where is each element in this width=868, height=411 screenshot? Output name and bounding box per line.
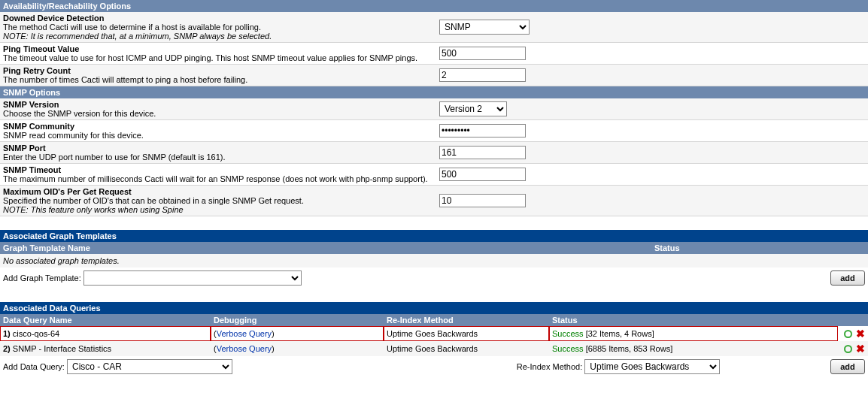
snmp-community-label: SNMP Community (3, 122, 74, 131)
ping-timeout-label: Ping Timeout Value (3, 44, 79, 53)
reload-icon[interactable] (844, 345, 852, 353)
dq-col-ri: Re-Index Method (384, 314, 549, 326)
dq-add-row: Add Data Query: Cisco - CAR Re-Index Met… (0, 356, 868, 377)
snmp-port-desc: Enter the UDP port number to use for SNM… (3, 153, 226, 162)
snmp-port-input[interactable] (439, 146, 526, 159)
graphtpl-add-button[interactable]: add (830, 270, 865, 286)
max-oid-desc: Specified the number of OID's that can b… (3, 196, 304, 205)
reload-icon[interactable] (844, 330, 852, 338)
data-queries-table: Data Query Name Debugging Re-Index Metho… (0, 314, 868, 356)
dq-reindex-select[interactable]: Uptime Goes Backwards (584, 359, 720, 374)
graphtpl-col-name: Graph Template Name (3, 243, 654, 252)
snmp-options-header: SNMP Options (0, 86, 868, 98)
graphtpl-empty: No associated graph templates. (0, 254, 868, 267)
dq-verbose-link[interactable]: Verbose Query (217, 344, 272, 353)
availability-options-header: Availability/Reachability Options (0, 0, 868, 12)
max-oid-input[interactable] (439, 194, 526, 207)
dq-row: 1) cisco-qos-64 (Verbose Query) Uptime G… (0, 326, 868, 341)
snmp-version-select[interactable]: Version 2 (439, 101, 507, 116)
snmp-version-desc: Choose the SNMP version for this device. (3, 109, 156, 118)
snmp-timeout-row: SNMP Timeout The maximum number of milli… (0, 164, 868, 186)
dq-add-label: Add Data Query: (3, 362, 65, 371)
assoc-data-queries-header: Associated Data Queries (0, 302, 868, 314)
snmp-port-label: SNMP Port (3, 144, 46, 153)
dq-col-name: Data Query Name (0, 314, 211, 326)
assoc-graph-templates-header: Associated Graph Templates (0, 230, 868, 242)
ping-timeout-desc: The timeout value to use for host ICMP a… (3, 53, 417, 62)
max-oid-row: Maximum OID's Per Get Request Specified … (0, 186, 868, 216)
delete-icon[interactable]: ✖ (856, 328, 865, 340)
snmp-timeout-desc: The maximum number of milliseconds Cacti… (3, 174, 428, 183)
snmp-timeout-input[interactable] (439, 168, 526, 181)
snmp-community-input[interactable] (439, 124, 526, 138)
snmp-community-desc: SNMP read community for this device. (3, 131, 144, 140)
downed-detection-select[interactable]: SNMP (439, 20, 530, 35)
max-oid-label: Maximum OID's Per Get Request (3, 187, 132, 196)
ping-timeout-input[interactable] (439, 47, 526, 60)
downed-detection-label: Downed Device Detection (3, 14, 104, 23)
snmp-timeout-label: SNMP Timeout (3, 165, 61, 174)
dq-verbose-link[interactable]: Verbose Query (217, 329, 272, 338)
dq-add-select[interactable]: Cisco - CAR (67, 359, 232, 374)
ping-retry-input[interactable] (439, 68, 526, 82)
max-oid-note: NOTE: This feature only works when using… (3, 205, 184, 214)
downed-detection-note: NOTE: It is recommended that, at a minim… (3, 32, 272, 41)
snmp-community-row: SNMP Community SNMP read community for t… (0, 120, 868, 142)
downed-detection-row: Downed Device Detection The method Cacti… (0, 12, 868, 43)
dq-reindex-label: Re-Index Method: (517, 362, 582, 371)
snmp-version-row: SNMP Version Choose the SNMP version for… (0, 98, 868, 120)
ping-retry-row: Ping Retry Count The number of times Cac… (0, 65, 868, 86)
graphtpl-add-row: Add Graph Template: add (0, 267, 868, 289)
dq-col-dbg: Debugging (211, 314, 384, 326)
dq-col-status: Status (549, 314, 868, 326)
graphtpl-add-select[interactable] (83, 270, 302, 286)
graphtpl-add-label: Add Graph Template: (3, 273, 81, 283)
ping-retry-label: Ping Retry Count (3, 66, 71, 75)
snmp-port-row: SNMP Port Enter the UDP port number to u… (0, 142, 868, 164)
ping-timeout-row: Ping Timeout Value The timeout value to … (0, 43, 868, 65)
dq-row: 2) SNMP - Interface Statistics (Verbose … (0, 341, 868, 356)
delete-icon[interactable]: ✖ (856, 343, 865, 355)
downed-detection-desc: The method Cacti will use to determine i… (3, 23, 261, 32)
ping-retry-desc: The number of times Cacti will attempt t… (3, 75, 247, 84)
graphtpl-col-status: Status (654, 243, 865, 252)
dq-add-button[interactable]: add (830, 359, 865, 374)
snmp-version-label: SNMP Version (3, 100, 59, 109)
